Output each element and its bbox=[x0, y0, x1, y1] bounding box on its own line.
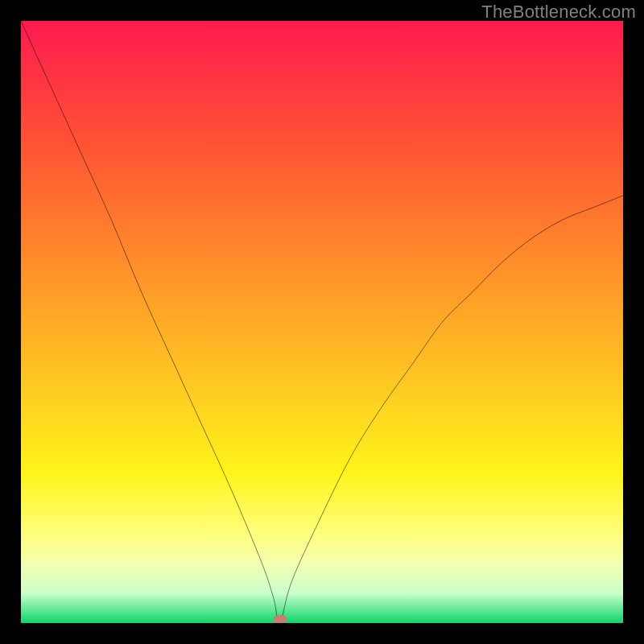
chart-container: TheBottleneck.com bbox=[0, 0, 644, 644]
min-point-marker bbox=[273, 615, 287, 623]
curve-svg bbox=[21, 21, 623, 623]
plot-area bbox=[21, 21, 623, 623]
curve-line bbox=[21, 21, 623, 623]
watermark-text: TheBottleneck.com bbox=[481, 2, 636, 23]
